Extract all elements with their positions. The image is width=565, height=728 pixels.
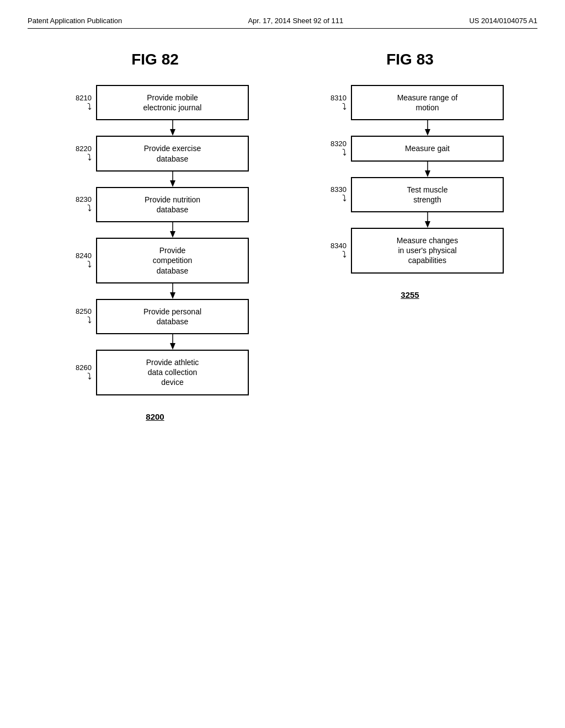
node-8210: Provide mobileelectronic journal — [96, 85, 249, 120]
label-8310: 8310⤵ — [316, 94, 347, 112]
node-8230: Provide nutritiondatabase — [96, 187, 249, 222]
fig82-row-8260: 8260⤵ Provide athleticdata collectiondev… — [61, 350, 249, 395]
node-8260: Provide athleticdata collectiondevice — [96, 350, 249, 395]
fig82-row-8240: 8240⤵ Providecompetitiondatabase — [61, 238, 249, 283]
arrow-8310-8320 — [316, 120, 504, 136]
fig82-row-8210: 8210⤵ Provide mobileelectronic journal — [61, 85, 249, 120]
fig83-row-8320: 8320⤵ Measure gait — [316, 136, 504, 161]
fig83-diagram: FIG 83 8310⤵ Measure range ofmotion — [316, 51, 504, 299]
arrow-8330-8340 — [316, 212, 504, 228]
svg-marker-13 — [425, 170, 430, 177]
node-8320: Measure gait — [351, 136, 504, 161]
fig82-flowchart: 8210⤵ Provide mobileelectronic journal — [61, 85, 249, 395]
fig82-diagram: FIG 82 8210⤵ Provide mobileelectronic jo… — [61, 51, 249, 421]
page: Patent Application Publication Apr. 17, … — [0, 0, 565, 728]
label-8250: 8250⤵ — [61, 307, 92, 325]
fig82-row-8250: 8250⤵ Provide personaldatabase — [61, 299, 249, 334]
arrow-8210-8220 — [61, 120, 249, 136]
svg-marker-3 — [170, 180, 175, 187]
arrow-8220-8230 — [61, 172, 249, 187]
node-8250: Provide personaldatabase — [96, 299, 249, 334]
node-8310: Measure range ofmotion — [351, 85, 504, 120]
arrow-8230-8240 — [61, 222, 249, 238]
svg-marker-1 — [170, 129, 175, 136]
fig83-flowchart: 8310⤵ Measure range ofmotion 8320⤵ — [316, 85, 504, 274]
label-8260: 8260⤵ — [61, 363, 92, 382]
label-8230: 8230⤵ — [61, 195, 92, 213]
fig82-title: FIG 82 — [131, 51, 179, 68]
node-8330: Test musclestrength — [351, 177, 504, 212]
label-8320: 8320⤵ — [316, 140, 347, 158]
svg-marker-5 — [170, 231, 175, 238]
node-8220: Provide exercisedatabase — [96, 136, 249, 171]
svg-marker-11 — [425, 129, 430, 136]
fig82-row-8230: 8230⤵ Provide nutritiondatabase — [61, 187, 249, 222]
header-right: US 2014/0104075 A1 — [469, 17, 537, 25]
fig83-title: FIG 83 — [386, 51, 434, 68]
svg-marker-9 — [170, 343, 175, 350]
svg-marker-15 — [425, 221, 430, 228]
fig82-row-8220: 8220⤵ Provide exercisedatabase — [61, 136, 249, 171]
label-8330: 8330⤵ — [316, 185, 347, 204]
label-8210: 8210⤵ — [61, 94, 92, 112]
header-center: Apr. 17, 2014 Sheet 92 of 111 — [248, 17, 343, 25]
fig83-row-8340: 8340⤵ Measure changesin user's physicalc… — [316, 228, 504, 274]
fig83-number: 3255 — [401, 290, 419, 299]
label-8340: 8340⤵ — [316, 242, 347, 260]
header-left: Patent Application Publication — [28, 17, 122, 25]
node-8240: Providecompetitiondatabase — [96, 238, 249, 283]
fig82-number: 8200 — [146, 412, 164, 421]
diagrams-container: FIG 82 8210⤵ Provide mobileelectronic jo… — [28, 51, 537, 421]
arrow-8240-8250 — [61, 283, 249, 299]
fig83-row-8310: 8310⤵ Measure range ofmotion — [316, 85, 504, 120]
fig83-row-8330: 8330⤵ Test musclestrength — [316, 177, 504, 212]
arrow-8320-8330 — [316, 162, 504, 177]
label-8220: 8220⤵ — [61, 144, 92, 163]
svg-marker-7 — [170, 292, 175, 299]
arrow-8250-8260 — [61, 334, 249, 350]
node-8340: Measure changesin user's physicalcapabil… — [351, 228, 504, 274]
label-8240: 8240⤵ — [61, 251, 92, 270]
page-header: Patent Application Publication Apr. 17, … — [28, 17, 537, 29]
